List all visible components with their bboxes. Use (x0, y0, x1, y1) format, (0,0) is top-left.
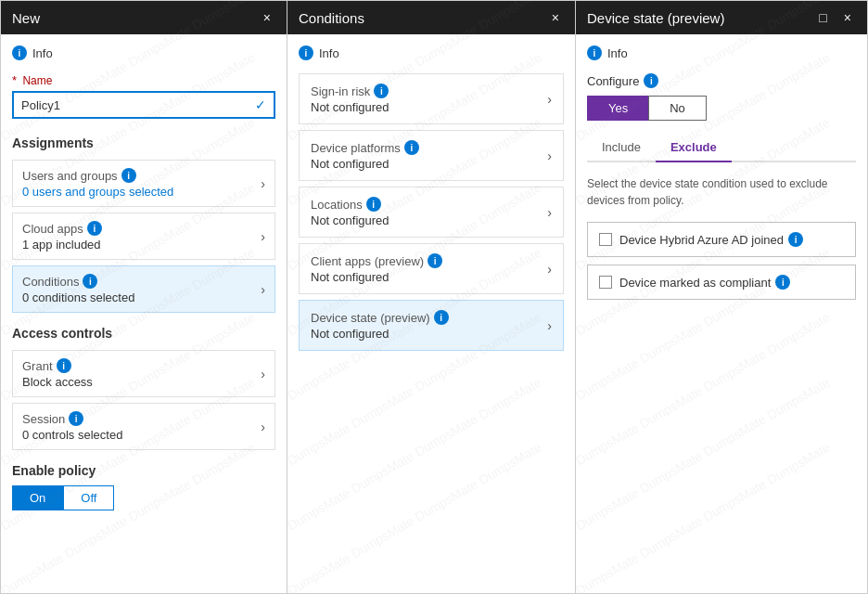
cloud-apps-label: Cloud apps i (22, 221, 261, 236)
client-apps-item[interactable]: Client apps (preview) i Not configured › (299, 243, 564, 294)
locations-info: i (366, 197, 381, 212)
grant-value: Block access (22, 375, 261, 389)
session-chevron: › (261, 420, 265, 434)
users-groups-inner: Users and groups i 0 users and groups se… (13, 161, 274, 206)
grant-chevron: › (261, 367, 265, 381)
conditions-info-icon-header: i (299, 45, 313, 60)
new-info-row: i Info (12, 45, 275, 60)
locations-label: Locations i (311, 197, 547, 212)
session-inner: Session i 0 controls selected › (13, 404, 274, 449)
tab-exclude[interactable]: Exclude (656, 134, 732, 162)
device-panel-title: Device state (preview) (587, 10, 724, 26)
assignments-title: Assignments (12, 136, 275, 150)
users-groups-text: Users and groups i 0 users and groups se… (22, 168, 261, 199)
toggle-on-button[interactable]: On (12, 485, 63, 510)
conditions-info-text: Info (319, 46, 339, 60)
client-apps-chevron: › (547, 262, 552, 277)
device-platforms-item[interactable]: Device platforms i Not configured › (299, 130, 564, 181)
name-label: * Name (12, 73, 275, 87)
tab-include[interactable]: Include (587, 134, 656, 162)
sign-in-risk-text: Sign-in risk i Not configured (311, 84, 547, 114)
device-state-chevron: › (547, 318, 552, 333)
conditions-info-icon: i (83, 274, 97, 289)
grant-item[interactable]: Grant i Block access › (12, 350, 275, 397)
access-controls-title: Access controls (12, 326, 275, 341)
grant-label: Grant i (22, 358, 261, 373)
new-close-button[interactable]: × (259, 9, 275, 26)
hybrid-azure-checkbox[interactable] (599, 233, 612, 246)
device-close-button[interactable]: × (839, 9, 856, 26)
conditions-value: 0 conditions selected (22, 291, 261, 304)
no-button[interactable]: No (648, 96, 707, 121)
enable-policy-section: Enable policy On Off (12, 463, 275, 510)
client-apps-text: Client apps (preview) i Not configured (311, 253, 547, 284)
conditions-panel: Conditions × i Info Sign-in risk i Not c… (287, 0, 575, 594)
conditions-panel-body: i Info Sign-in risk i Not configured › (287, 34, 575, 593)
locations-chevron: › (547, 205, 552, 220)
users-groups-label: Users and groups i (22, 168, 261, 183)
client-apps-label: Client apps (preview) i (311, 253, 547, 268)
locations-inner: Locations i Not configured › (300, 187, 563, 237)
compliant-checkbox[interactable] (599, 276, 612, 289)
session-label: Session i (22, 411, 261, 426)
client-apps-value: Not configured (311, 270, 547, 284)
device-info-row: i Info (587, 45, 856, 60)
device-state-info: i (434, 310, 449, 325)
device-platforms-chevron: › (547, 148, 552, 163)
device-state-label: Device state (preview) i (311, 310, 547, 325)
hybrid-azure-checkbox-item[interactable]: Device Hybrid Azure AD joined i (587, 222, 856, 257)
device-info-text: Info (607, 46, 628, 60)
device-header-actions: □ × (814, 9, 856, 26)
session-item[interactable]: Session i 0 controls selected › (12, 403, 275, 450)
conditions-item[interactable]: Conditions i 0 conditions selected › (12, 265, 275, 313)
conditions-text: Conditions i 0 conditions selected (22, 274, 261, 304)
session-value: 0 controls selected (22, 428, 261, 442)
configure-info-icon: i (644, 73, 658, 88)
toggle-off-button[interactable]: Off (63, 485, 114, 510)
device-panel-header: Device state (preview) □ × (576, 1, 867, 34)
exclude-description: Select the device state condition used t… (587, 175, 856, 209)
device-platforms-inner: Device platforms i Not configured › (300, 131, 563, 180)
new-header-actions: × (259, 9, 275, 26)
grant-text: Grant i Block access (22, 358, 261, 389)
conditions-info-row: i Info (299, 45, 564, 60)
device-maximize-button[interactable]: □ (814, 9, 831, 26)
new-panel-title: New (12, 10, 40, 26)
sign-in-risk-chevron: › (547, 92, 552, 107)
new-info-icon: i (12, 45, 27, 60)
cloud-apps-text: Cloud apps i 1 app included (22, 221, 261, 252)
device-platforms-info: i (404, 140, 419, 155)
cloud-apps-chevron: › (261, 229, 265, 244)
yes-button[interactable]: Yes (587, 96, 648, 121)
device-platforms-value: Not configured (311, 157, 547, 171)
name-input[interactable] (14, 94, 248, 117)
conditions-panel-title: Conditions (299, 10, 364, 26)
device-platforms-text: Device platforms i Not configured (311, 140, 547, 171)
compliant-checkbox-item[interactable]: Device marked as compliant i (587, 265, 856, 300)
locations-value: Not configured (311, 213, 547, 227)
conditions-close-button[interactable]: × (547, 9, 564, 26)
grant-inner: Grant i Block access › (13, 351, 274, 396)
locations-item[interactable]: Locations i Not configured › (299, 187, 564, 238)
required-star: * (12, 73, 17, 87)
new-panel-body: i Info * Name ✓ Assignments Users and gr… (1, 34, 287, 593)
new-panel: New × i Info * Name ✓ Assignments Users … (0, 0, 287, 594)
conditions-header-actions: × (547, 9, 564, 26)
cloud-apps-item[interactable]: Cloud apps i 1 app included › (12, 213, 275, 260)
device-state-item[interactable]: Device state (preview) i Not configured … (299, 300, 564, 351)
users-groups-item[interactable]: Users and groups i 0 users and groups se… (12, 160, 275, 207)
sign-in-risk-item[interactable]: Sign-in risk i Not configured › (299, 73, 564, 124)
new-panel-header: New × (1, 1, 287, 34)
session-info-icon: i (69, 411, 83, 426)
hybrid-azure-label: Device Hybrid Azure AD joined i (619, 232, 803, 247)
cloud-apps-inner: Cloud apps i 1 app included › (13, 213, 274, 259)
compliant-label: Device marked as compliant i (619, 275, 790, 290)
users-groups-info-icon: i (121, 168, 136, 183)
client-apps-info: i (428, 253, 442, 268)
sign-in-risk-value: Not configured (311, 100, 547, 114)
configure-label-row: Configure i (587, 73, 856, 88)
toggle-row: On Off (12, 485, 275, 510)
cloud-apps-info-icon: i (87, 221, 102, 236)
compliant-info-icon: i (775, 275, 790, 290)
users-groups-chevron: › (261, 176, 265, 191)
